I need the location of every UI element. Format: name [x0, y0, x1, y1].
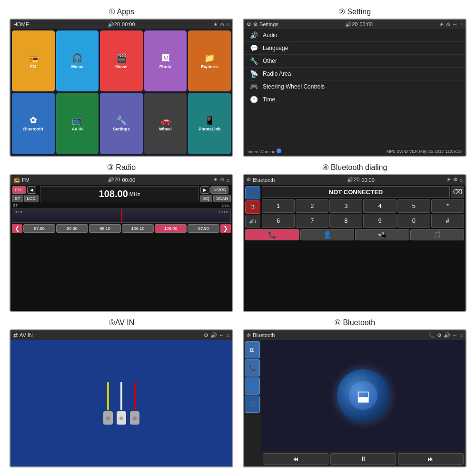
- radio-brightness: ☀: [213, 177, 218, 183]
- tab-recent[interactable]: 📲: [355, 229, 409, 240]
- title-apps: ① Apps: [109, 7, 134, 16]
- bt6-call-btn[interactable]: 📞: [245, 359, 260, 377]
- dial-5[interactable]: 5: [397, 199, 430, 213]
- prev-button[interactable]: ◀: [27, 186, 36, 194]
- bt6-logo-inner: ⬓: [349, 381, 377, 410]
- bt-call-btn[interactable]: 📞: [245, 186, 260, 199]
- settings-audio[interactable]: 🔊 Audio: [244, 29, 466, 42]
- app-avin[interactable]: 📺 AV IN: [56, 93, 99, 154]
- play-button[interactable]: ▶: [200, 186, 209, 194]
- settings-back-icon: ←: [452, 21, 457, 27]
- dial-hash[interactable]: #: [431, 214, 464, 228]
- dial-1[interactable]: 1: [262, 199, 295, 213]
- music-label: Music: [71, 64, 84, 69]
- preset-5[interactable]: 108.00: [155, 224, 187, 233]
- bt-dial-time: 00:00: [361, 177, 375, 183]
- settings-status-right: ☀ ❊ ← ⌂: [439, 21, 463, 28]
- settings-radio-area[interactable]: 📡 Radio Area: [244, 68, 466, 80]
- settings-time[interactable]: 🕐 Time: [244, 93, 466, 106]
- app-explorer[interactable]: 📁 Explorer: [188, 30, 231, 91]
- tab-contacts[interactable]: 👤: [300, 229, 355, 240]
- bt6-home-icon: ⌂: [459, 332, 463, 338]
- bluetooth-app-icon: ✿: [30, 115, 37, 126]
- dial-8[interactable]: 8: [329, 214, 362, 228]
- cell-avin: ⑤AV IN ⇄ AV IN ⚙ 🔊 ← ⌂: [5, 316, 238, 471]
- movie-icon: 🎬: [116, 53, 127, 63]
- app-phonelink[interactable]: 📱 PhoneLink: [188, 93, 231, 154]
- preset-1[interactable]: 87.50: [23, 224, 55, 233]
- freq-max: 108.0: [218, 210, 228, 214]
- bt6-menu-btn[interactable]: ⊞: [245, 341, 260, 358]
- cell-settings: ② Setting ⚙ ⚙ Settings 🔊20 00:00 ☀ ❊ ← ⌂: [238, 5, 471, 160]
- bt6-status-bar: ❊ Bluetooth 📞 ⚙ 🔊 ← ⌂: [244, 330, 466, 340]
- dial-7[interactable]: 7: [296, 214, 328, 228]
- bt6-next-btn[interactable]: ⏭: [398, 453, 464, 465]
- preset-2[interactable]: 90.50: [56, 224, 88, 233]
- app-photo[interactable]: 🖼 Photo: [144, 30, 187, 91]
- title-radio: ③ Radio: [107, 163, 136, 172]
- bt6-main-area: ⬓: [261, 340, 466, 451]
- brightness-icon: ☀: [213, 21, 218, 28]
- bt-dial-status-left: Bluetooth: [253, 177, 275, 183]
- preset-next[interactable]: ❯: [220, 224, 231, 233]
- radio-presets: ❮ 87.50 90.50 98.10 106.10 108.00 87.50 …: [12, 224, 231, 233]
- bt6-music-btn[interactable]: 🎵: [245, 396, 260, 413]
- app-movie[interactable]: 🎬 Movie: [100, 30, 143, 91]
- app-music[interactable]: 🎧 Music: [56, 30, 99, 91]
- settings-status-center: 🔊20 00:00: [345, 21, 373, 28]
- language-icon: 💬: [249, 44, 258, 52]
- bt6-prev-btn[interactable]: ⏮: [263, 453, 328, 465]
- dial-2[interactable]: 2: [296, 199, 328, 213]
- status-right-apps: ☀ ❊ ⌂: [213, 21, 229, 28]
- app-wheel[interactable]: 🚗 Wheel: [144, 93, 187, 154]
- title-bt6: ⑥ Bluetooth: [334, 318, 375, 327]
- dial-4[interactable]: 4: [363, 199, 396, 213]
- title-bt-dial: ④ Bluetooth dialing: [322, 163, 387, 172]
- dial-6[interactable]: 6: [262, 214, 295, 228]
- radio-freq-display: 108.00 MHz: [40, 186, 199, 202]
- dial-9[interactable]: 9: [363, 214, 396, 228]
- dial-0[interactable]: 0: [397, 214, 430, 228]
- volume-apps: 🔊20: [108, 21, 120, 28]
- app-settings[interactable]: 🔧 Settings: [100, 93, 143, 154]
- settings-home-icon: ⌂: [459, 21, 463, 27]
- tab-dial[interactable]: 📞: [245, 229, 299, 240]
- preset-6[interactable]: 87.50: [188, 224, 219, 233]
- settings-language[interactable]: 💬 Language: [244, 42, 466, 55]
- preset-prev[interactable]: ❮: [12, 224, 22, 233]
- radio-area-icon: 📡: [249, 70, 258, 78]
- rca-cables: [103, 382, 139, 425]
- radio-slider[interactable]: 87.5 108.0: [12, 208, 231, 223]
- eq-button[interactable]: EQ: [200, 195, 212, 202]
- bluetooth-status-icon: ❊: [220, 21, 224, 28]
- bt-backspace-btn[interactable]: ⌫: [451, 186, 464, 198]
- loc-button[interactable]: LOC: [24, 195, 39, 202]
- radio-volume: 🔊20: [108, 177, 120, 183]
- radio-left-buttons: FM1 ◀ ST LOC: [12, 186, 39, 202]
- bt-vol-btn[interactable]: 🔊↕: [245, 215, 260, 228]
- st-button[interactable]: ST: [12, 195, 23, 202]
- bt6-pause-btn[interactable]: ⏸: [330, 453, 396, 465]
- dial-3[interactable]: 3: [329, 199, 362, 213]
- preset-4[interactable]: 106.10: [122, 224, 154, 233]
- fm1-button[interactable]: FM1: [12, 186, 26, 194]
- video-warning-label: Video Warning: [248, 149, 281, 154]
- settings-time: 00:00: [359, 21, 373, 27]
- preset-3[interactable]: 98.10: [89, 224, 121, 233]
- settings-other[interactable]: 🔧 Other: [244, 55, 466, 68]
- radio-needle: [121, 209, 122, 222]
- tab-music[interactable]: 🎵: [410, 229, 465, 240]
- bt6-contacts-btn[interactable]: 👤: [245, 377, 260, 395]
- scan-button[interactable]: SCAN: [213, 195, 231, 202]
- asps-button[interactable]: AS/PS: [210, 186, 229, 194]
- bt-end-btn[interactable]: 📵: [245, 200, 260, 214]
- bt-dial-status-bar: ❊ Bluetooth 🔊20 00:00 ☀ ❊ ⌂: [244, 175, 466, 185]
- firmware-version: MP5 SW-D VER May 25 2017 12:09:18: [387, 149, 462, 154]
- app-bluetooth[interactable]: ✿ Bluetooth: [12, 93, 55, 154]
- dial-star[interactable]: *: [431, 199, 464, 213]
- freq-min: 87.5: [15, 210, 22, 214]
- settings-brightness-icon: ☀: [439, 21, 444, 28]
- settings-steering[interactable]: 🎮 Steering Wheel Controls: [244, 80, 466, 93]
- app-fm[interactable]: 📻 FM: [12, 30, 55, 91]
- avin-sliders-icon: ⚙: [204, 332, 208, 338]
